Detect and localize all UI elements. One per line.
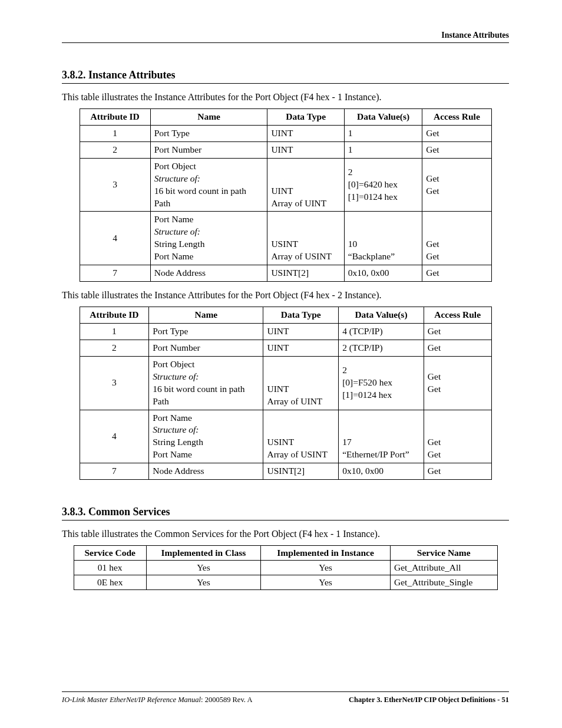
cell-access-rule: Get (422, 125, 491, 141)
table-row: 1Port TypeUINT1Get (80, 125, 491, 141)
col-header: Attribute ID (80, 109, 150, 126)
cell-data-value: 1 (344, 141, 422, 158)
cell-data-type: UINTArray of UINT (263, 356, 339, 410)
services-table: Service Code Implemented in Class Implem… (74, 545, 498, 590)
col-header: Access Rule (424, 307, 491, 324)
cell-data-type: UINT (263, 340, 339, 356)
col-header: Name (149, 307, 263, 324)
col-header: Implemented in Instance (261, 546, 391, 561)
col-header: Service Name (391, 546, 497, 561)
cell-service-code: 01 hex (74, 561, 146, 575)
page-footer: IO-Link Master EtherNet/IP Reference Man… (62, 691, 509, 704)
cell-access-rule: Get (424, 463, 491, 480)
cell-access-rule: GetGet (424, 410, 491, 463)
cell-name: Port Type (150, 125, 267, 141)
cell-name: Port NameStructure of:String LengthPort … (149, 410, 263, 463)
table-row: 4Port NameStructure of:String LengthPort… (80, 212, 491, 265)
cell-attr-id: 4 (80, 410, 149, 463)
col-header: Implemented in Class (146, 546, 260, 561)
cell-name: Port Number (150, 141, 267, 158)
col-header: Service Code (74, 546, 146, 561)
col-header: Data Type (263, 307, 339, 324)
cell-data-type: UINT (263, 323, 339, 340)
table-row: 7Node AddressUSINT[2]0x10, 0x00Get (80, 463, 491, 480)
cell-data-type: UINTArray of UINT (267, 158, 344, 212)
col-header: Data Type (267, 109, 344, 126)
cell-attr-id: 3 (80, 158, 150, 212)
cell-attr-id: 7 (80, 265, 150, 282)
cell-attr-id: 3 (80, 356, 149, 410)
cell-attr-id: 2 (80, 340, 149, 356)
table-row: 01 hexYesYesGet_Attribute_All (74, 561, 497, 575)
footer-right: Chapter 3. EtherNet/IP CIP Object Defini… (349, 696, 509, 704)
cell-data-value: 4 (TCP/IP) (339, 323, 424, 340)
col-header: Data Value(s) (339, 307, 424, 324)
cell-data-type: UINT (267, 125, 344, 141)
cell-name: Port Number (149, 340, 263, 356)
cell-name: Port ObjectStructure of:16 bit word coun… (149, 356, 263, 410)
table-row: 2Port NumberUINT2 (TCP/IP)Get (80, 340, 491, 356)
attributes-table-1: Attribute ID Name Data Type Data Value(s… (80, 108, 492, 282)
cell-data-value: 2 (TCP/IP) (339, 340, 424, 356)
cell-data-type: USINT[2] (263, 463, 339, 480)
section-title-383: 3.8.3. Common Services (62, 506, 509, 521)
section-title-382: 3.8.2. Instance Attributes (62, 69, 509, 84)
cell-attr-id: 4 (80, 212, 150, 265)
cell-attr-id: 1 (80, 323, 149, 340)
table-row: 1Port TypeUINT4 (TCP/IP)Get (80, 323, 491, 340)
footer-page-number: - 51 (495, 696, 509, 704)
intro-text-2: This table illustrates the Instance Attr… (62, 290, 509, 301)
table-row: 2Port NumberUINT1Get (80, 141, 491, 158)
cell-data-type: USINTArray of USINT (267, 212, 344, 265)
cell-data-type: USINT[2] (267, 265, 344, 282)
cell-service-name: Get_Attribute_Single (391, 575, 497, 590)
cell-access-rule: GetGet (422, 158, 491, 212)
cell-access-rule: Get (424, 323, 491, 340)
table-row: 3Port ObjectStructure of:16 bit word cou… (80, 158, 491, 212)
cell-data-value: 17“Ethernet/IP Port” (339, 410, 424, 463)
table-header-row: Attribute ID Name Data Type Data Value(s… (80, 109, 491, 126)
cell-data-type: USINTArray of USINT (263, 410, 339, 463)
cell-attr-id: 1 (80, 125, 150, 141)
cell-access-rule: Get (422, 141, 491, 158)
cell-access-rule: GetGet (424, 356, 491, 410)
cell-name: Node Address (150, 265, 267, 282)
col-header: Data Value(s) (344, 109, 422, 126)
cell-data-type: UINT (267, 141, 344, 158)
cell-data-value: 0x10, 0x00 (339, 463, 424, 480)
cell-in-instance: Yes (261, 561, 391, 575)
cell-in-instance: Yes (261, 575, 391, 590)
cell-data-value: 10“Backplane” (344, 212, 422, 265)
table-header-row: Attribute ID Name Data Type Data Value(s… (80, 307, 491, 324)
footer-chapter: Chapter 3. EtherNet/IP CIP Object Defini… (349, 696, 495, 704)
intro-text-1: This table illustrates the Instance Attr… (62, 92, 509, 103)
footer-revision: : 2000589 Rev. A (201, 696, 252, 704)
table-row: 0E hexYesYesGet_Attribute_Single (74, 575, 497, 590)
cell-access-rule: Get (422, 265, 491, 282)
cell-name: Port NameStructure of:String LengthPort … (150, 212, 267, 265)
cell-name: Port ObjectStructure of:16 bit word coun… (150, 158, 267, 212)
cell-service-code: 0E hex (74, 575, 146, 590)
table-row: 4Port NameStructure of:String LengthPort… (80, 410, 491, 463)
cell-access-rule: Get (424, 340, 491, 356)
cell-attr-id: 7 (80, 463, 149, 480)
cell-service-name: Get_Attribute_All (391, 561, 497, 575)
cell-data-value: 0x10, 0x00 (344, 265, 422, 282)
cell-in-class: Yes (146, 575, 260, 590)
table-row: 3Port ObjectStructure of:16 bit word cou… (80, 356, 491, 410)
intro-text-3: This table illustrates the Common Servic… (62, 529, 509, 539)
cell-in-class: Yes (146, 561, 260, 575)
cell-data-value: 2[0]=F520 hex[1]=0124 hex (339, 356, 424, 410)
cell-name: Port Type (149, 323, 263, 340)
footer-left: IO-Link Master EtherNet/IP Reference Man… (62, 696, 252, 704)
col-header: Access Rule (422, 109, 491, 126)
cell-name: Node Address (149, 463, 263, 480)
attributes-table-2: Attribute ID Name Data Type Data Value(s… (80, 307, 492, 480)
table-header-row: Service Code Implemented in Class Implem… (74, 546, 497, 561)
cell-data-value: 1 (344, 125, 422, 141)
cell-access-rule: GetGet (422, 212, 491, 265)
footer-manual-title: IO-Link Master EtherNet/IP Reference Man… (62, 696, 201, 704)
table-row: 7Node AddressUSINT[2]0x10, 0x00Get (80, 265, 491, 282)
col-header: Attribute ID (80, 307, 149, 324)
cell-attr-id: 2 (80, 141, 150, 158)
